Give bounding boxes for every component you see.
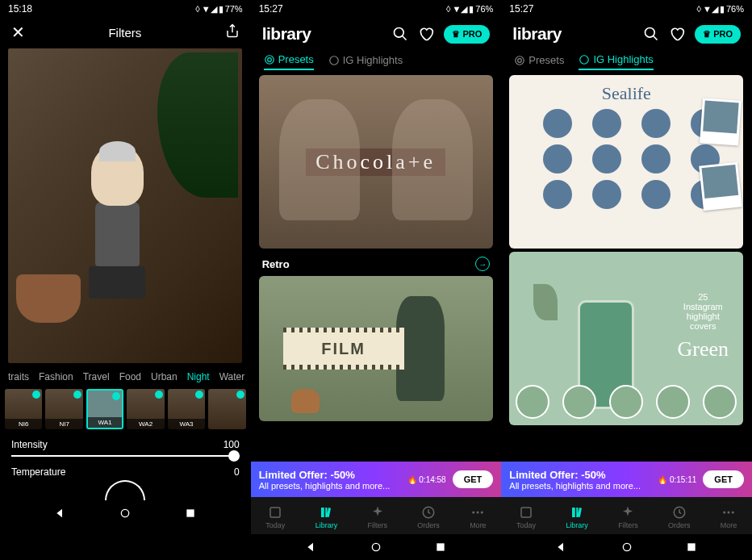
recent-icon[interactable] bbox=[685, 541, 698, 554]
get-button[interactable]: GET bbox=[453, 470, 494, 488]
nav-library[interactable]: Library bbox=[566, 505, 588, 529]
library-tabs: Presets IG Highlights bbox=[251, 50, 502, 73]
svg-point-9 bbox=[473, 512, 475, 514]
close-icon[interactable]: ✕ bbox=[11, 23, 25, 42]
offer-title: Limited Offer: -50% bbox=[259, 469, 407, 481]
heart-icon[interactable] bbox=[418, 26, 434, 42]
thumb-ni6[interactable]: NI6 bbox=[5, 389, 42, 429]
person-decor bbox=[392, 99, 473, 220]
pro-dot-icon bbox=[155, 391, 163, 399]
offer-timer: 🔥 0:14:58 bbox=[407, 475, 446, 484]
cat-portraits[interactable]: traits bbox=[8, 371, 29, 382]
heart-icon[interactable] bbox=[669, 26, 685, 42]
pro-dot-icon bbox=[195, 391, 203, 399]
signal-icon: ▼◢ bbox=[452, 4, 467, 15]
figurine-decor bbox=[77, 145, 157, 307]
battery-icon: ▮ bbox=[219, 4, 224, 15]
back-icon[interactable] bbox=[305, 541, 318, 554]
offer-subtitle: All presets, highlights and more... bbox=[259, 481, 407, 491]
circle-icon bbox=[516, 385, 549, 419]
recent-icon[interactable] bbox=[184, 507, 197, 520]
cat-fashion[interactable]: Fashion bbox=[39, 371, 73, 382]
arc-handle[interactable] bbox=[0, 486, 251, 500]
nav-library[interactable]: Library bbox=[315, 505, 338, 529]
offer-text: Limited Offer: -50% All presets, highlig… bbox=[259, 469, 407, 491]
content-area[interactable]: Sealife 25 Instagram highlight covers Gr… bbox=[501, 73, 752, 462]
search-icon[interactable] bbox=[392, 26, 408, 42]
status-icons: ◊ ▼◢ ▮ 76% bbox=[697, 4, 744, 15]
battery-pct: 76% bbox=[726, 4, 744, 14]
thumb-wa3[interactable]: WA3 bbox=[168, 389, 205, 429]
arrow-right-icon[interactable]: → bbox=[475, 257, 490, 271]
tab-highlights[interactable]: IG Highlights bbox=[579, 53, 653, 70]
cat-food[interactable]: Food bbox=[119, 371, 141, 382]
battery-pct: 77% bbox=[225, 4, 243, 14]
back-icon[interactable] bbox=[555, 541, 568, 554]
photo-preview[interactable] bbox=[8, 48, 242, 363]
nav-orders[interactable]: Orders bbox=[668, 505, 691, 529]
cat-night[interactable]: Night bbox=[187, 371, 210, 382]
cat-urban[interactable]: Urban bbox=[151, 371, 178, 382]
highlight-green-card[interactable]: 25 Instagram highlight covers Green bbox=[509, 252, 743, 425]
thumb-wa2[interactable]: WA2 bbox=[127, 389, 164, 429]
preset-chocolate-card[interactable]: Chocola+e bbox=[259, 75, 493, 249]
nav-orders[interactable]: Orders bbox=[417, 505, 440, 529]
thumb-ni7[interactable]: NI7 bbox=[45, 389, 82, 429]
library-header: library ♛PRO bbox=[501, 18, 752, 50]
svg-point-24 bbox=[623, 543, 630, 550]
sea-icon bbox=[592, 144, 621, 173]
status-time: 15:27 bbox=[259, 3, 283, 15]
cat-water[interactable]: Water bbox=[219, 371, 245, 382]
nav-filters[interactable]: Filters bbox=[367, 505, 387, 529]
preset-film-card[interactable]: FILM bbox=[259, 276, 493, 421]
pot-decor bbox=[16, 274, 81, 323]
offer-timer: 🔥 0:15:11 bbox=[658, 475, 696, 484]
home-icon[interactable] bbox=[119, 507, 132, 520]
status-icons: ◊ ▼◢ ▮ 77% bbox=[195, 4, 242, 15]
green-circles bbox=[509, 385, 743, 419]
nav-today[interactable]: Today bbox=[516, 505, 536, 529]
back-icon[interactable] bbox=[54, 507, 67, 520]
nav-more[interactable]: More bbox=[721, 505, 737, 529]
pro-dot-icon bbox=[236, 391, 244, 399]
bottom-nav: Today Library Filters Orders More bbox=[501, 497, 752, 534]
sea-icon bbox=[543, 180, 572, 209]
svg-rect-19 bbox=[521, 508, 531, 517]
thumb-more[interactable] bbox=[208, 389, 245, 429]
nav-today[interactable]: Today bbox=[265, 505, 285, 529]
nav-filters[interactable]: Filters bbox=[618, 505, 638, 529]
svg-point-6 bbox=[329, 56, 338, 65]
recent-icon[interactable] bbox=[434, 541, 447, 554]
search-icon[interactable] bbox=[643, 26, 659, 42]
home-icon[interactable] bbox=[620, 541, 633, 554]
offer-banner[interactable]: Limited Offer: -50% All presets, highlig… bbox=[251, 462, 502, 497]
crown-icon: ♛ bbox=[452, 29, 460, 40]
share-icon[interactable] bbox=[225, 23, 240, 41]
intensity-track[interactable] bbox=[11, 455, 240, 457]
polaroid-decor bbox=[700, 162, 743, 211]
thumb-wa1[interactable]: WA1 bbox=[86, 389, 124, 429]
tab-presets[interactable]: Presets bbox=[514, 53, 564, 70]
svg-rect-1 bbox=[186, 509, 194, 516]
sea-icon bbox=[543, 109, 572, 138]
pro-button[interactable]: ♛PRO bbox=[695, 25, 741, 44]
pro-button[interactable]: ♛PRO bbox=[444, 25, 490, 44]
status-time: 15:27 bbox=[509, 3, 533, 15]
home-icon[interactable] bbox=[370, 541, 382, 554]
cat-travel[interactable]: Travel bbox=[83, 371, 110, 382]
slider-knob[interactable] bbox=[228, 450, 240, 462]
svg-point-0 bbox=[122, 509, 129, 516]
pro-dot-icon bbox=[112, 392, 120, 400]
temperature-value: 0 bbox=[234, 466, 240, 478]
library-header: library ♛PRO bbox=[251, 18, 502, 50]
bottom-nav: Today Library Filters Orders More bbox=[251, 497, 502, 534]
offer-banner[interactable]: Limited Offer: -50% All presets, highlig… bbox=[501, 462, 752, 497]
tab-highlights[interactable]: IG Highlights bbox=[328, 53, 403, 70]
highlight-sealife-card[interactable]: Sealife bbox=[509, 75, 743, 249]
get-button[interactable]: GET bbox=[703, 470, 744, 488]
status-bar: 15:27 ◊ ▼◢ ▮ 76% bbox=[501, 0, 752, 18]
svg-line-15 bbox=[654, 36, 658, 40]
nav-more[interactable]: More bbox=[470, 505, 487, 529]
content-area[interactable]: Chocola+e Retro → FILM bbox=[251, 73, 502, 462]
tab-presets[interactable]: Presets bbox=[264, 53, 314, 70]
